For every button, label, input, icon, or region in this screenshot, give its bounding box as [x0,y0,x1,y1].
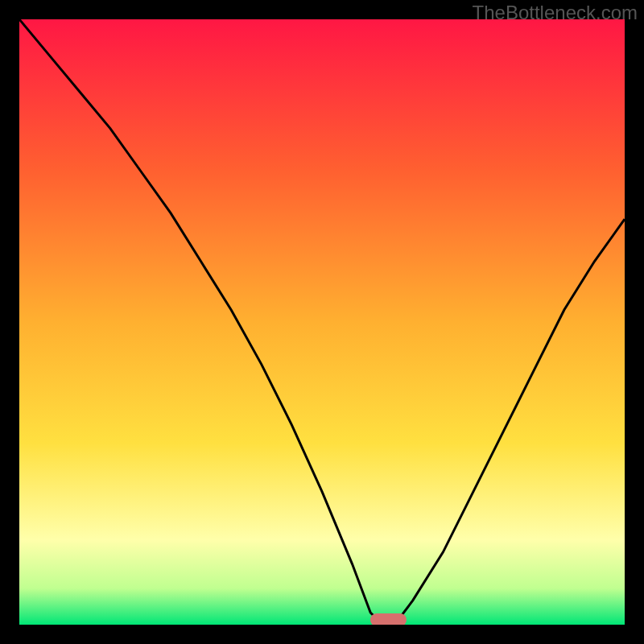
watermark-text: TheBottleneck.com [473,2,638,24]
chart-frame: TheBottleneck.com [0,0,644,644]
optimal-range-marker [370,613,407,625]
plot-area [19,19,625,625]
plot-svg [19,19,625,625]
gradient-background [19,19,625,625]
